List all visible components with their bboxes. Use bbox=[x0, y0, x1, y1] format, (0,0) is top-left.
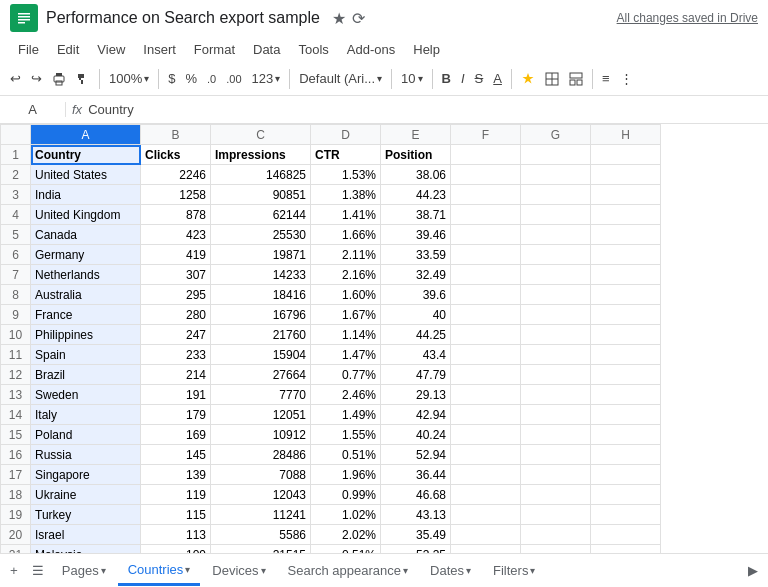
formula-input[interactable]: Country bbox=[88, 102, 762, 117]
menu-help[interactable]: Help bbox=[405, 39, 448, 60]
print-button[interactable] bbox=[48, 69, 70, 89]
cell-r14-c1[interactable]: Italy bbox=[31, 405, 141, 425]
cell-r4-c5[interactable]: 38.71 bbox=[381, 205, 451, 225]
row-header-18[interactable]: 18 bbox=[1, 485, 31, 505]
cell-r3-c4[interactable]: 1.38% bbox=[311, 185, 381, 205]
row-header-1[interactable]: 1 bbox=[1, 145, 31, 165]
cell-r13-c8[interactable] bbox=[591, 385, 661, 405]
row-header-20[interactable]: 20 bbox=[1, 525, 31, 545]
cell-r17-c3[interactable]: 7088 bbox=[211, 465, 311, 485]
cell-r21-c8[interactable] bbox=[591, 545, 661, 554]
cell-r11-c2[interactable]: 233 bbox=[141, 345, 211, 365]
row-header-11[interactable]: 11 bbox=[1, 345, 31, 365]
cell-r11-c8[interactable] bbox=[591, 345, 661, 365]
cell-r7-c1[interactable]: Netherlands bbox=[31, 265, 141, 285]
cell-r17-c1[interactable]: Singapore bbox=[31, 465, 141, 485]
row-header-3[interactable]: 3 bbox=[1, 185, 31, 205]
bold-button[interactable]: B bbox=[438, 68, 455, 89]
cell-r2-c8[interactable] bbox=[591, 165, 661, 185]
add-sheet-button[interactable]: + bbox=[4, 559, 24, 582]
cell-r14-c7[interactable] bbox=[521, 405, 591, 425]
more-formats-dropdown[interactable]: 123 ▾ bbox=[248, 69, 285, 88]
tab-countries[interactable]: Countries ▾ bbox=[118, 556, 201, 586]
cell-r12-c3[interactable]: 27664 bbox=[211, 365, 311, 385]
cell-r2-c3[interactable]: 146825 bbox=[211, 165, 311, 185]
cell-r21-c4[interactable]: 0.51% bbox=[311, 545, 381, 554]
cell-r14-c4[interactable]: 1.49% bbox=[311, 405, 381, 425]
cell-r21-c7[interactable] bbox=[521, 545, 591, 554]
font-dropdown[interactable]: Default (Ari... ▾ bbox=[295, 69, 386, 88]
row-header-16[interactable]: 16 bbox=[1, 445, 31, 465]
cell-r18-c2[interactable]: 119 bbox=[141, 485, 211, 505]
merge-button[interactable] bbox=[565, 69, 587, 89]
row-header-6[interactable]: 6 bbox=[1, 245, 31, 265]
tab-devices[interactable]: Devices ▾ bbox=[202, 556, 275, 586]
row-header-8[interactable]: 8 bbox=[1, 285, 31, 305]
cell-r11-c1[interactable]: Spain bbox=[31, 345, 141, 365]
cell-r21-c6[interactable] bbox=[451, 545, 521, 554]
cell-r14-c8[interactable] bbox=[591, 405, 661, 425]
menu-insert[interactable]: Insert bbox=[135, 39, 184, 60]
cell-r18-c4[interactable]: 0.99% bbox=[311, 485, 381, 505]
cell-r5-c4[interactable]: 1.66% bbox=[311, 225, 381, 245]
cell-r10-c6[interactable] bbox=[451, 325, 521, 345]
col-header-g[interactable]: G bbox=[521, 125, 591, 145]
cell-r3-c1[interactable]: India bbox=[31, 185, 141, 205]
cell-r6-c5[interactable]: 33.59 bbox=[381, 245, 451, 265]
cell-r20-c6[interactable] bbox=[451, 525, 521, 545]
cell-r10-c7[interactable] bbox=[521, 325, 591, 345]
cell-r1-c1[interactable]: Country bbox=[31, 145, 141, 165]
cell-r4-c6[interactable] bbox=[451, 205, 521, 225]
cell-r3-c7[interactable] bbox=[521, 185, 591, 205]
cell-r4-c3[interactable]: 62144 bbox=[211, 205, 311, 225]
cell-reference[interactable]: A bbox=[6, 102, 66, 117]
tab-filters[interactable]: Filters ▾ bbox=[483, 556, 545, 586]
strikethrough-button[interactable]: S bbox=[471, 68, 488, 89]
cell-r13-c5[interactable]: 29.13 bbox=[381, 385, 451, 405]
cell-r20-c7[interactable] bbox=[521, 525, 591, 545]
cell-r18-c5[interactable]: 46.68 bbox=[381, 485, 451, 505]
cell-r17-c8[interactable] bbox=[591, 465, 661, 485]
tab-pages[interactable]: Pages ▾ bbox=[52, 556, 116, 586]
cell-r12-c2[interactable]: 214 bbox=[141, 365, 211, 385]
cell-r3-c8[interactable] bbox=[591, 185, 661, 205]
cell-r7-c7[interactable] bbox=[521, 265, 591, 285]
cell-r14-c6[interactable] bbox=[451, 405, 521, 425]
cell-r13-c7[interactable] bbox=[521, 385, 591, 405]
cell-r21-c2[interactable]: 109 bbox=[141, 545, 211, 554]
cell-r1-c4[interactable]: CTR bbox=[311, 145, 381, 165]
cell-r5-c8[interactable] bbox=[591, 225, 661, 245]
cell-r12-c8[interactable] bbox=[591, 365, 661, 385]
cell-r17-c6[interactable] bbox=[451, 465, 521, 485]
cell-r15-c5[interactable]: 40.24 bbox=[381, 425, 451, 445]
cell-r6-c8[interactable] bbox=[591, 245, 661, 265]
cell-r1-c8[interactable] bbox=[591, 145, 661, 165]
cell-r18-c3[interactable]: 12043 bbox=[211, 485, 311, 505]
cell-r9-c2[interactable]: 280 bbox=[141, 305, 211, 325]
decimals1-button[interactable]: .0 bbox=[203, 70, 220, 88]
paint-format-button[interactable] bbox=[72, 69, 94, 89]
cell-r7-c4[interactable]: 2.16% bbox=[311, 265, 381, 285]
history-icon[interactable]: ⟳ bbox=[352, 9, 365, 28]
cell-r2-c5[interactable]: 38.06 bbox=[381, 165, 451, 185]
cell-r12-c4[interactable]: 0.77% bbox=[311, 365, 381, 385]
cell-r4-c7[interactable] bbox=[521, 205, 591, 225]
cell-r5-c7[interactable] bbox=[521, 225, 591, 245]
scroll-right-button[interactable]: ▶ bbox=[742, 559, 764, 582]
cell-r1-c3[interactable]: Impressions bbox=[211, 145, 311, 165]
cell-r16-c6[interactable] bbox=[451, 445, 521, 465]
cell-r8-c3[interactable]: 18416 bbox=[211, 285, 311, 305]
cell-r20-c1[interactable]: Israel bbox=[31, 525, 141, 545]
cell-r10-c4[interactable]: 1.14% bbox=[311, 325, 381, 345]
cell-r6-c1[interactable]: Germany bbox=[31, 245, 141, 265]
col-header-d[interactable]: D bbox=[311, 125, 381, 145]
cell-r2-c7[interactable] bbox=[521, 165, 591, 185]
menu-view[interactable]: View bbox=[89, 39, 133, 60]
row-header-9[interactable]: 9 bbox=[1, 305, 31, 325]
cell-r11-c4[interactable]: 1.47% bbox=[311, 345, 381, 365]
cell-r16-c4[interactable]: 0.51% bbox=[311, 445, 381, 465]
undo-button[interactable]: ↩ bbox=[6, 68, 25, 89]
cell-r7-c3[interactable]: 14233 bbox=[211, 265, 311, 285]
cell-r7-c5[interactable]: 32.49 bbox=[381, 265, 451, 285]
col-header-h[interactable]: H bbox=[591, 125, 661, 145]
